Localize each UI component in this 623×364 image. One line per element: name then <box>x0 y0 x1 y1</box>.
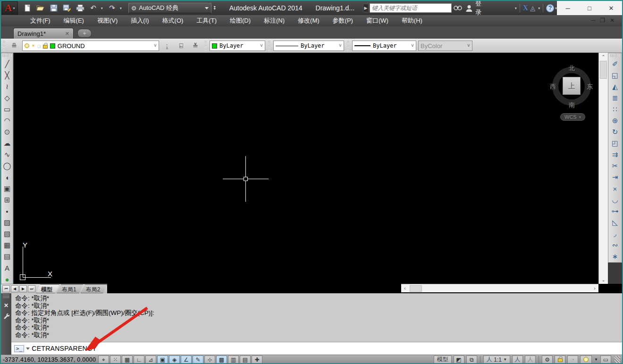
menu-window[interactable]: 窗口(W) <box>360 15 395 26</box>
copy-icon[interactable]: ◱ <box>609 70 621 81</box>
save-as-button[interactable] <box>61 3 73 13</box>
menu-dimension[interactable]: 标注(N) <box>257 15 291 26</box>
chamfer-icon[interactable]: ◺ <box>609 217 621 228</box>
tab-close-icon[interactable]: ✕ <box>65 31 69 37</box>
ellipse-arc-icon[interactable]: ◖ <box>1 172 13 183</box>
tab-model[interactable]: 模型 <box>36 284 59 293</box>
color-dropdown[interactable]: ByLayer ˅ <box>210 41 265 51</box>
signin-button[interactable]: 登录 <box>475 0 488 17</box>
new-button[interactable] <box>22 3 33 13</box>
object-snap-tracking-toggle[interactable]: ∠ <box>181 356 192 364</box>
prev-tab-button[interactable]: ◀ <box>11 285 18 292</box>
vertical-scrollbar[interactable]: ⌃ ⌄ <box>598 53 608 284</box>
offset-icon[interactable]: ≣ <box>609 92 621 104</box>
selection-cycling-toggle[interactable]: ✚ <box>252 356 262 364</box>
toolbar-grip[interactable] <box>268 41 270 50</box>
command-close-icon[interactable]: ✕ <box>4 302 8 309</box>
new-drawing-tab-button[interactable]: ＋ <box>77 29 92 38</box>
quick-properties-toggle[interactable]: ▤ <box>240 356 251 364</box>
layer-on-icon[interactable] <box>25 43 29 48</box>
menu-view[interactable]: 视图(V) <box>91 15 124 26</box>
wcs-dropdown[interactable]: WCS ▾ <box>560 113 585 121</box>
point-icon[interactable]: • <box>1 206 13 217</box>
autodesk360-dropdown-arrow-icon[interactable]: ▾ <box>538 6 540 10</box>
status-menu-arrow-icon[interactable]: ▼ <box>594 357 598 362</box>
coordinate-display[interactable]: -3737.4160, 102135.3637, 0.0000 <box>1 356 98 363</box>
hatch-icon[interactable]: ▨ <box>1 217 13 228</box>
drawing-tab[interactable]: Drawing1* ✕ <box>13 28 74 39</box>
trim-icon[interactable]: ✂ <box>609 160 621 172</box>
snap-mode-toggle[interactable]: ⁙ <box>110 356 121 364</box>
dynamic-ucs-toggle[interactable]: ✎ <box>193 356 203 364</box>
menu-help[interactable]: 帮助(H) <box>395 15 429 26</box>
multiline-text-icon[interactable]: A <box>1 262 13 273</box>
doc-minimize-button[interactable]: ─ <box>591 17 596 24</box>
construction-line-icon[interactable]: ╳ <box>1 70 13 81</box>
toolbar-grip[interactable] <box>204 41 207 50</box>
workspace-switching-button[interactable]: ⚙ <box>542 356 553 364</box>
help-icon[interactable]: ? <box>546 4 554 12</box>
isolate-objects-button[interactable] <box>580 356 592 364</box>
create-block-icon[interactable]: ⊞ <box>1 194 13 206</box>
horizontal-scrollbar[interactable]: ‹ › <box>401 284 598 292</box>
fillet-icon[interactable]: ◞ <box>609 228 621 240</box>
signin-dropdown-arrow-icon[interactable]: ▾ <box>515 6 517 10</box>
lineweight-dropdown[interactable]: ByLayer ˅ <box>352 41 416 51</box>
menu-tools[interactable]: 工具(T) <box>190 15 223 26</box>
stretch-icon[interactable]: ⇉ <box>609 149 621 160</box>
tab-layout1[interactable]: 布局1 <box>57 284 84 293</box>
exchange-apps-icon[interactable]: X <box>523 4 529 12</box>
table-icon[interactable]: ▤ <box>1 251 13 262</box>
help-search-box[interactable] <box>370 3 452 13</box>
hardware-acceleration-button[interactable]: ◔ <box>567 356 578 364</box>
scale-icon[interactable]: ◰ <box>609 138 621 149</box>
redo-dropdown-arrow-icon[interactable]: ▾ <box>120 6 124 10</box>
layer-vp-freeze-icon[interactable]: ❏ <box>37 43 41 49</box>
application-menu-button[interactable]: A ▾ <box>2 1 18 15</box>
autodesk360-icon[interactable]: ◬ <box>528 2 537 14</box>
viewcube-west-label[interactable]: 西 <box>550 83 556 91</box>
first-tab-button[interactable]: ⏮ <box>2 285 10 292</box>
viewcube[interactable]: 上 北 南 西 东 WCS ▾ <box>548 58 595 124</box>
wrench-icon[interactable] <box>3 313 9 321</box>
search-button[interactable] <box>452 2 464 14</box>
spline-icon[interactable]: ∿ <box>1 149 13 160</box>
next-tab-button[interactable]: ▶ <box>19 285 27 292</box>
menu-insert[interactable]: 插入(I) <box>124 15 155 26</box>
extend-icon[interactable]: ⇥ <box>609 172 621 183</box>
workspace-dropdown[interactable]: ⚙ AutoCAD 经典 <box>128 3 211 13</box>
layer-unlock-icon[interactable] <box>43 45 48 49</box>
move-icon[interactable]: ⊕ <box>609 115 621 126</box>
menu-draw[interactable]: 绘图(D) <box>223 15 257 26</box>
recent-commands-arrow-icon[interactable] <box>26 347 30 350</box>
infer-constraints-toggle[interactable]: ⌖ <box>98 356 109 364</box>
polygon-icon[interactable]: ◇ <box>1 92 13 104</box>
rectangle-icon[interactable]: ▭ <box>1 104 13 115</box>
horizontal-scroll-thumb[interactable] <box>410 285 422 292</box>
grid-display-toggle[interactable]: ▦ <box>122 356 133 364</box>
quick-view-drawings-button[interactable]: ⧉ <box>466 356 477 364</box>
array-icon[interactable]: ∷ <box>609 104 621 115</box>
model-space-button[interactable]: 模型 <box>434 356 452 364</box>
layer-thaw-icon[interactable]: ☀ <box>32 42 35 49</box>
rotate-icon[interactable]: ↻ <box>609 126 621 138</box>
command-window-grip[interactable] <box>3 295 9 298</box>
menu-parametric[interactable]: 参数(P) <box>326 15 360 26</box>
viewcube-top-face[interactable]: 上 <box>563 77 581 95</box>
toolbar-grip[interactable] <box>347 41 349 50</box>
annotation-scale-button[interactable]: 人 1:1 ▼ <box>483 356 510 364</box>
viewcube-east-label[interactable]: 东 <box>587 83 593 91</box>
lineweight-toggle[interactable]: ▩ <box>216 356 227 364</box>
scroll-left-button[interactable]: ‹ <box>401 284 409 292</box>
break-icon[interactable]: ◡ <box>609 194 621 206</box>
qat-customize-button[interactable]: ▾▾ <box>211 3 218 13</box>
toolbar-grip[interactable] <box>3 41 5 50</box>
menu-modify[interactable]: 修改(M) <box>291 15 326 26</box>
command-input-row[interactable]: >_ CETRANSPARENCY <box>11 342 622 355</box>
resize-grip[interactable] <box>615 356 620 364</box>
command-input-text[interactable]: CETRANSPARENCY <box>32 345 97 352</box>
dynamic-input-toggle[interactable]: ⊹ <box>204 356 215 364</box>
blend-curves-icon[interactable]: ∾ <box>609 240 621 251</box>
tab-layout2[interactable]: 布局2 <box>81 284 108 293</box>
drawing-canvas[interactable]: Y X 上 北 南 西 东 WCS ▾ <box>14 53 598 284</box>
